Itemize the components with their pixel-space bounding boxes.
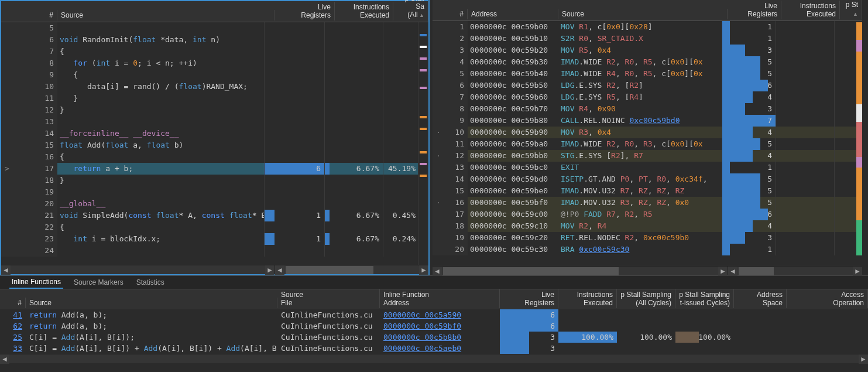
row-address-link[interactable]: 0000000c 00c5b8b0 [380, 332, 500, 343]
disasm-row[interactable]: 150000000c 00c59be0IMAD.MOV.U32 R7, RZ, … [433, 185, 856, 197]
row-number-link[interactable]: 41 [0, 309, 26, 320]
col-source[interactable]: Source [558, 9, 728, 19]
scroll-right-icon[interactable]: ► [718, 267, 728, 276]
source-row[interactable]: 24 [1, 245, 418, 257]
source-row[interactable]: 7{ [1, 46, 418, 57]
disasm-row[interactable]: ·120000000c 00c59bb0STG.E.SYS [R2], R74 [433, 150, 856, 162]
source-row[interactable]: 12} [1, 104, 418, 116]
row-number-link[interactable]: 25 [0, 332, 26, 343]
scroll-thumb[interactable] [443, 267, 619, 275]
inline-functions-rows[interactable]: 41return Add(a, b);CuInlineFunctions.cu0… [0, 309, 868, 354]
scrollbar-h-source[interactable]: ◄ ► [1, 265, 275, 274]
source-row[interactable]: 16{ [1, 151, 418, 163]
row-number-link[interactable]: 33 [0, 343, 26, 354]
inline-function-row[interactable]: 41return Add(a, b);CuInlineFunctions.cu0… [0, 309, 868, 320]
col-num[interactable]: # [0, 298, 26, 308]
source-row[interactable]: 13 [1, 116, 418, 128]
col-live-registers[interactable]: Live Registers [728, 1, 781, 19]
scrollbar-h-disasm[interactable]: ◄ ► [433, 266, 728, 275]
scroll-thumb[interactable] [739, 267, 774, 275]
disasm-row[interactable]: 20000000c 00c59b10S2R R0, SR_CTAID.X1 [433, 33, 856, 45]
disasm-row[interactable]: 80000000c 00c59b70MOV R4, 0x903 [433, 103, 856, 115]
source-row[interactable]: 14__forceinline__ __device__ [1, 128, 418, 139]
disasm-row[interactable]: 200000000c 00c59c30BRA 0xc00c59c301 [433, 244, 856, 255]
scroll-left-icon[interactable]: ◄ [0, 354, 9, 364]
inline-function-row[interactable]: 62return Add(a, b);CuInlineFunctions.cu0… [0, 320, 868, 332]
col-source[interactable]: Source [26, 298, 277, 308]
scroll-right-icon[interactable]: ► [853, 267, 862, 276]
source-row[interactable]: >17 return a + b;66.67%45.19% [1, 163, 418, 175]
source-rows[interactable]: 56void RandomInit(float *data, int n)7{8… [1, 22, 418, 265]
inline-function-row[interactable]: 33C[i] = Add(A[i], B[i]) + Add(A[i], B[i… [0, 343, 868, 354]
disasm-row[interactable]: 170000000c 00c59c00@!P0 FADD R7, R2, R56 [433, 209, 856, 220]
source-row[interactable]: 23 int i = blockIdx.x;16.67%0.24% [1, 233, 418, 245]
disasm-row[interactable]: 140000000c 00c59bd0ISETP.GT.AND P0, PT, … [433, 173, 856, 185]
overview-strip[interactable] [856, 21, 862, 266]
disasm-row[interactable]: ·160000000c 00c59bf0IMAD.MOV.U32 R3, RZ,… [433, 197, 856, 209]
col-address[interactable]: Address [468, 9, 558, 19]
col-stall[interactable]: p St [840, 0, 862, 19]
source-row[interactable]: 15float Add(float a, float b) [1, 139, 418, 151]
disasm-row[interactable]: 10000000c 00c59b00MOV R1, c[0x0][0x28]1 [433, 21, 856, 33]
col-linenum[interactable]: # [1, 10, 57, 21]
tab-statistics[interactable]: Statistics [134, 277, 167, 288]
source-row[interactable]: 20__global__ [1, 198, 418, 210]
tab-inline-functions[interactable]: Inline Functions [9, 276, 63, 289]
disasm-row[interactable]: 190000000c 00c59c20RET.REL.NODEC R2, 0xc… [433, 232, 856, 244]
disasm-row[interactable]: 30000000c 00c59b20MOV R5, 0x43 [433, 45, 856, 56]
col-live-registers[interactable]: Live Registers [500, 289, 558, 308]
col-instructions-executed[interactable]: Instructions Executed [558, 289, 617, 308]
source-row[interactable]: 18} [1, 175, 418, 186]
row-number-link[interactable]: 62 [0, 320, 26, 332]
source-row[interactable]: 11 } [1, 93, 418, 104]
scrollbar-h-bottom[interactable]: ◄ ► [0, 354, 868, 363]
disasm-row[interactable]: 110000000c 00c59ba0IMAD.WIDE R2, R0, R3,… [433, 138, 856, 150]
disasm-row[interactable]: 90000000c 00c59b80CALL.REL.NOINC 0xc00c5… [433, 115, 856, 127]
scroll-left-icon[interactable]: ◄ [728, 267, 737, 276]
col-stall[interactable]: p Stall Sa (All [393, 0, 428, 21]
col-live-registers[interactable]: Live Registers [275, 2, 335, 21]
row-address-link[interactable]: 0000000c 00c5aeb0 [380, 343, 500, 354]
col-num[interactable]: # [433, 9, 468, 19]
inline-function-row[interactable]: 25C[i] = Add(A[i], B[i]);CuInlineFunctio… [0, 332, 868, 343]
col-source-file[interactable]: Source File [277, 289, 380, 308]
col-address-space[interactable]: Address Space [734, 289, 787, 308]
source-row[interactable]: 21void SimpleAdd(const float* A, const f… [1, 210, 418, 221]
scroll-right-icon[interactable]: ► [859, 354, 868, 364]
scrollbar-h-metrics[interactable]: ◄ ► [275, 265, 428, 274]
minimap[interactable] [418, 22, 428, 265]
col-instructions-executed[interactable]: Instructions Executed [781, 1, 840, 19]
col-stall-all[interactable]: p Stall Sampling (All Cycles) [617, 289, 675, 308]
disasm-row[interactable]: 40000000c 00c59b30IMAD.WIDE R2, R0, R5, … [433, 56, 856, 68]
disasm-rows[interactable]: 10000000c 00c59b00MOV R1, c[0x0][0x28]12… [433, 21, 856, 266]
disasm-row[interactable]: 70000000c 00c59b60LDG.E.SYS R5, [R4]4 [433, 91, 856, 103]
disasm-row[interactable]: 50000000c 00c59b40IMAD.WIDE R4, R0, R5, … [433, 68, 856, 80]
col-inline-address[interactable]: Inline Function Address [380, 289, 500, 308]
disasm-row[interactable]: ·100000000c 00c59b90MOV R3, 0x44 [433, 127, 856, 138]
col-instructions-executed[interactable]: Instructions Executed [335, 2, 393, 21]
scroll-left-icon[interactable]: ◄ [1, 265, 11, 275]
col-stall-issued[interactable]: p Stall Sampling t-issued Cycles) [675, 289, 734, 308]
scroll-thumb[interactable] [286, 266, 373, 274]
source-row[interactable]: 9 { [1, 69, 418, 81]
source-row[interactable]: 6void RandomInit(float *data, int n) [1, 34, 418, 46]
row-address-link[interactable]: 0000000c 00c5a590 [380, 309, 500, 320]
col-access-operation[interactable]: Access Operation [787, 289, 868, 308]
row-address-link[interactable]: 0000000c 00c59bf0 [380, 320, 500, 332]
gutter-mark [1, 186, 13, 198]
disasm-row[interactable]: 60000000c 00c59b50LDG.E.SYS R2, [R2]6 [433, 80, 856, 91]
scroll-right-icon[interactable]: ► [265, 265, 275, 275]
col-source[interactable]: Source [57, 10, 275, 21]
source-row[interactable]: 10 data[i] = rand() / (float)RAND_MAX; [1, 81, 418, 93]
tab-source-markers[interactable]: Source Markers [71, 277, 126, 288]
scroll-left-icon[interactable]: ◄ [433, 267, 442, 276]
disasm-row[interactable]: 130000000c 00c59bc0EXIT1 [433, 162, 856, 173]
source-row[interactable]: 8 for (int i = 0; i < n; ++i) [1, 57, 418, 69]
scroll-right-icon[interactable]: ► [419, 265, 428, 275]
scroll-left-icon[interactable]: ◄ [275, 265, 284, 275]
source-row[interactable]: 5 [1, 22, 418, 34]
source-row[interactable]: 22{ [1, 221, 418, 233]
source-row[interactable]: 19 [1, 186, 418, 198]
scrollbar-h-metrics[interactable]: ◄ ► [728, 266, 862, 275]
disasm-row[interactable]: 180000000c 00c59c10MOV R2, R44 [433, 220, 856, 232]
